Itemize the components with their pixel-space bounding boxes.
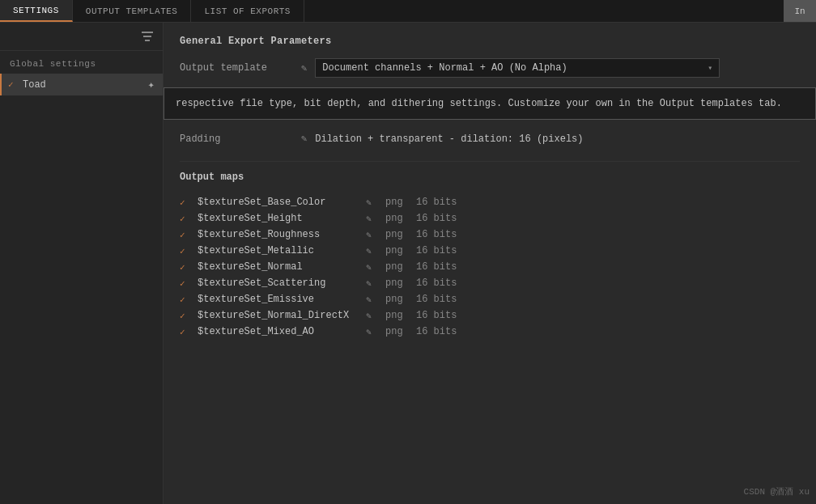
tab-output-templates[interactable]: OUTPUT TEMPLATES — [73, 0, 192, 22]
map-bits: 16 bits — [416, 277, 457, 289]
map-row: ✓ $textureSet_Emissive ✎ png 16 bits — [180, 291, 800, 307]
tab-list-of-exports[interactable]: LIST OF EXPORTS — [191, 0, 304, 22]
toad-star-icon: ✦ — [148, 78, 155, 91]
map-name: $textureSet_Mixed_AO — [198, 326, 359, 337]
global-settings-label: Global settings — [0, 51, 163, 74]
output-template-dropdown[interactable]: Document channels + Normal + AO (No Alph… — [315, 58, 720, 78]
sidebar-top-bar — [0, 23, 163, 51]
map-name: $textureSet_Normal_DirectX — [198, 310, 359, 321]
content-area: General Export Parameters Output templat… — [164, 23, 816, 504]
toad-label: Toad — [23, 79, 148, 91]
map-edit-icon[interactable]: ✎ — [366, 262, 379, 273]
section-divider — [180, 161, 800, 162]
map-bits: 16 bits — [416, 213, 457, 224]
map-row: ✓ $textureSet_Normal_DirectX ✎ png 16 bi… — [180, 307, 800, 324]
map-name: $textureSet_Scattering — [198, 277, 359, 289]
map-edit-icon[interactable]: ✎ — [366, 246, 379, 256]
map-name: $textureSet_Roughness — [198, 229, 359, 240]
filter-line-2 — [143, 36, 151, 37]
map-row: ✓ $textureSet_Scattering ✎ png 16 bits — [180, 275, 800, 291]
sidebar-item-toad[interactable]: ✓ Toad ✦ — [0, 74, 163, 95]
output-template-label: Output template — [180, 62, 293, 74]
map-check-icon: ✓ — [180, 294, 191, 305]
map-edit-icon[interactable]: ✎ — [366, 197, 379, 208]
output-template-row: Output template ✎ Document channels + No… — [180, 58, 800, 78]
map-check-icon: ✓ — [180, 278, 191, 289]
map-format: png — [385, 326, 410, 337]
top-right-indicator: In — [784, 0, 816, 22]
map-format: png — [385, 261, 410, 273]
map-format: png — [385, 197, 410, 208]
template-dropdown-value: Document channels + Normal + AO (No Alph… — [322, 62, 567, 74]
padding-row: Padding ✎ Dilation + transparent - dilat… — [180, 133, 800, 145]
content-inner: General Export Parameters Output templat… — [164, 23, 816, 353]
map-name: $textureSet_Height — [198, 213, 359, 224]
map-check-icon: ✓ — [180, 311, 191, 321]
map-check-icon: ✓ — [180, 246, 191, 256]
map-edit-icon[interactable]: ✎ — [366, 327, 379, 337]
map-format: png — [385, 229, 410, 240]
map-format: png — [385, 310, 410, 321]
main-layout: Global settings ✓ Toad ✦ General Export … — [0, 23, 816, 504]
map-row: ✓ $textureSet_Mixed_AO ✎ png 16 bits — [180, 324, 800, 340]
map-edit-icon[interactable]: ✎ — [366, 278, 379, 289]
map-name: $textureSet_Metallic — [198, 245, 359, 256]
map-row: ✓ $textureSet_Base_Color ✎ png 16 bits — [180, 194, 800, 210]
map-name: $textureSet_Emissive — [198, 294, 359, 305]
sidebar: Global settings ✓ Toad ✦ — [0, 23, 164, 504]
padding-value: Dilation + transparent - dilation: 16 (p… — [315, 133, 583, 145]
map-bits: 16 bits — [416, 229, 457, 240]
filter-line-1 — [142, 32, 153, 33]
map-edit-icon[interactable]: ✎ — [366, 214, 379, 224]
map-bits: 16 bits — [416, 245, 457, 256]
map-row: ✓ $textureSet_Height ✎ png 16 bits — [180, 210, 800, 227]
section-title: General Export Parameters — [180, 36, 800, 47]
map-row: ✓ $textureSet_Roughness ✎ png 16 bits — [180, 227, 800, 243]
map-check-icon: ✓ — [180, 262, 191, 273]
map-name: $textureSet_Normal — [198, 261, 359, 273]
tab-settings[interactable]: SETTINGS — [0, 0, 73, 22]
map-bits: 16 bits — [416, 326, 457, 337]
map-name: $textureSet_Base_Color — [198, 197, 359, 208]
watermark: CSDN @酒酒 xu — [744, 485, 810, 498]
filter-line-3 — [145, 40, 150, 41]
map-check-icon: ✓ — [180, 214, 191, 224]
output-template-edit-icon[interactable]: ✎ — [301, 62, 307, 74]
top-nav: SETTINGS OUTPUT TEMPLATES LIST OF EXPORT… — [0, 0, 816, 23]
padding-edit-icon[interactable]: ✎ — [301, 133, 307, 145]
tooltip-box: respective file type, bit depth, and dit… — [164, 87, 816, 120]
padding-label: Padding — [180, 133, 293, 145]
map-bits: 16 bits — [416, 294, 457, 305]
map-bits: 16 bits — [416, 261, 457, 273]
output-maps-title: Output maps — [180, 172, 800, 183]
map-format: png — [385, 245, 410, 256]
map-bits: 16 bits — [416, 197, 457, 208]
map-check-icon: ✓ — [180, 197, 191, 208]
map-edit-icon[interactable]: ✎ — [366, 294, 379, 305]
map-check-icon: ✓ — [180, 327, 191, 337]
map-format: png — [385, 294, 410, 305]
map-edit-icon[interactable]: ✎ — [366, 311, 379, 321]
map-row: ✓ $textureSet_Metallic ✎ png 16 bits — [180, 243, 800, 259]
map-check-icon: ✓ — [180, 230, 191, 240]
map-row: ✓ $textureSet_Normal ✎ png 16 bits — [180, 259, 800, 275]
map-edit-icon[interactable]: ✎ — [366, 230, 379, 240]
map-format: png — [385, 213, 410, 224]
filter-icon[interactable] — [140, 29, 155, 44]
chevron-down-icon: ▾ — [708, 63, 712, 73]
map-rows-container: ✓ $textureSet_Base_Color ✎ png 16 bits ✓… — [180, 194, 800, 340]
toad-check-icon: ✓ — [8, 79, 19, 90]
map-bits: 16 bits — [416, 310, 457, 321]
map-format: png — [385, 277, 410, 289]
